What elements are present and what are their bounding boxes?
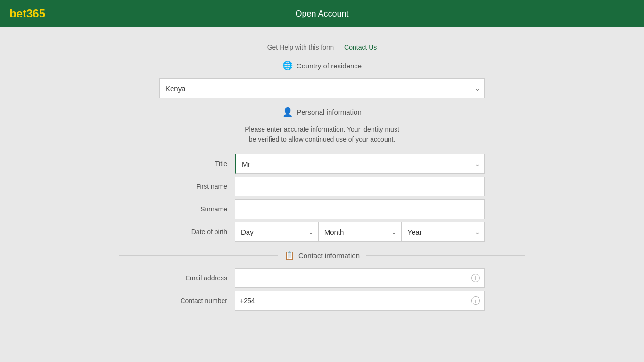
contact-us-link[interactable]: Contact Us (344, 43, 377, 51)
email-info-icon[interactable]: i (471, 274, 480, 282)
email-input-wrapper: i (235, 268, 485, 288)
phone-input-wrapper: i (260, 291, 485, 311)
dob-row: Date of birth Day ⌄ Month ⌄ (159, 222, 485, 242)
title-select-wrapper: Mr Mrs Ms Dr ⌄ (235, 154, 485, 174)
phone-control: +254 i (235, 291, 485, 311)
personal-section-label: Personal information (297, 108, 362, 116)
first-name-control (235, 177, 485, 196)
first-name-row: First name (159, 177, 485, 196)
dob-year-select[interactable]: Year (401, 222, 485, 242)
first-name-input[interactable] (235, 177, 485, 196)
logo: bet365 (9, 7, 45, 20)
email-input[interactable] (235, 268, 485, 288)
dob-control: Day ⌄ Month ⌄ Year ⌄ (235, 222, 485, 242)
contact-section-label: Contact information (298, 252, 360, 260)
personal-form: Please enter accurate information. Your … (159, 125, 485, 242)
help-bar: Get Help with this form — Contact Us (119, 37, 525, 56)
country-form: Kenya Uganda Tanzania Nigeria South Afri… (159, 78, 485, 98)
phone-input-row: +254 i (235, 291, 485, 311)
email-control: i (235, 268, 485, 288)
country-section-label: Country of residence (297, 62, 362, 70)
email-label: Email address (159, 274, 235, 282)
dob-selects: Day ⌄ Month ⌄ Year ⌄ (235, 222, 485, 242)
personal-section-header: 👤 Personal information (119, 107, 525, 117)
first-name-label: First name (159, 183, 235, 190)
phone-input[interactable] (260, 291, 485, 311)
phone-prefix: +254 (235, 291, 260, 311)
contact-form: Email address i Contact number +254 i (159, 268, 485, 311)
surname-control (235, 199, 485, 219)
country-select[interactable]: Kenya Uganda Tanzania Nigeria South Afri… (159, 78, 485, 98)
globe-icon: 🌐 (282, 60, 293, 71)
country-select-wrapper: Kenya Uganda Tanzania Nigeria South Afri… (159, 78, 485, 98)
contact-section-header: 📋 Contact information (119, 250, 525, 261)
title-select[interactable]: Mr Mrs Ms Dr (235, 154, 485, 174)
title-row: Title Mr Mrs Ms Dr ⌄ (159, 154, 485, 174)
surname-label: Surname (159, 205, 235, 213)
surname-input[interactable] (235, 199, 485, 219)
logo-365: 365 (26, 7, 45, 20)
dob-year-wrapper: Year ⌄ (401, 222, 485, 242)
dob-label: Date of birth (159, 228, 235, 236)
dob-day-wrapper: Day ⌄ (235, 222, 318, 242)
surname-row: Surname (159, 199, 485, 219)
title-control: Mr Mrs Ms Dr ⌄ (235, 154, 485, 174)
personal-info-text: Please enter accurate information. Your … (159, 125, 485, 144)
main-content: Get Help with this form — Contact Us 🌐 C… (110, 27, 534, 332)
phone-row: Contact number +254 i (159, 291, 485, 311)
help-text: Get Help with this form — (267, 43, 343, 51)
title-label: Title (159, 160, 235, 168)
dob-month-wrapper: Month ⌄ (318, 222, 402, 242)
person-icon: 👤 (282, 107, 293, 117)
email-row: Email address i (159, 268, 485, 288)
phone-label: Contact number (159, 297, 235, 304)
header: bet365 Open Account (0, 0, 644, 27)
address-card-icon: 📋 (284, 250, 295, 261)
page-title: Open Account (295, 9, 348, 19)
country-section-header: 🌐 Country of residence (119, 60, 525, 71)
dob-day-select[interactable]: Day (235, 222, 318, 242)
dob-month-select[interactable]: Month (318, 222, 402, 242)
phone-info-icon[interactable]: i (471, 296, 480, 305)
logo-bet: bet (9, 7, 26, 20)
